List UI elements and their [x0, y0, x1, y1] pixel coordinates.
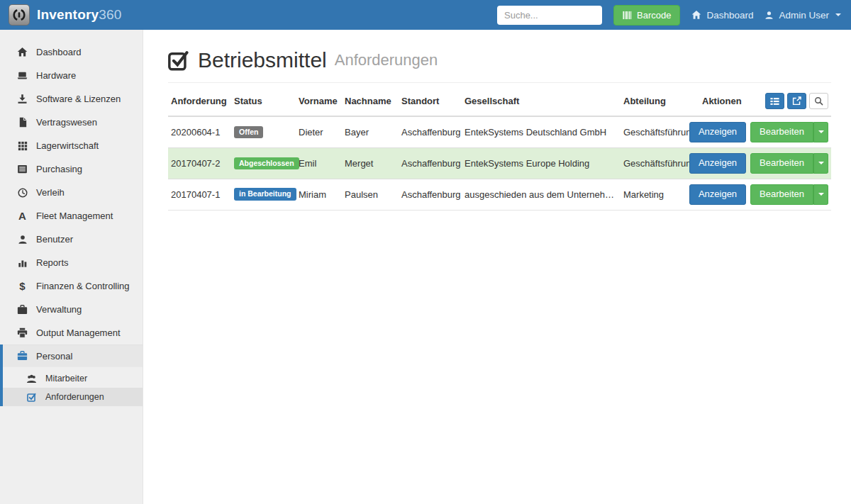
- sidebar-item-output[interactable]: Output Management: [0, 321, 143, 345]
- table-row: 20170407-1 in Bearbeitung Miriam Paulsen…: [168, 179, 831, 210]
- brand-name: Inventory360: [37, 7, 122, 23]
- sidebar-item-mitarbeiter[interactable]: Mitarbeiter: [3, 369, 143, 388]
- col-nachname: Nachname: [342, 83, 399, 116]
- briefcase-icon: [16, 305, 28, 315]
- bearbeiten-dropdown-toggle[interactable]: [813, 122, 828, 142]
- cell-gesellschaft: EntekSystems Europe Holding: [462, 147, 621, 179]
- user-icon: [16, 235, 28, 245]
- sidebar-submenu-personal: Mitarbeiter Anforderungen: [3, 367, 143, 406]
- sidebar-item-fleet[interactable]: A Fleet Management: [0, 204, 143, 228]
- sidebar-item-hardware[interactable]: Hardware: [0, 64, 143, 87]
- bearbeiten-dropdown-toggle[interactable]: [813, 184, 828, 205]
- col-standort: Standort: [399, 83, 462, 116]
- bearbeiten-dropdown-toggle[interactable]: [813, 153, 828, 174]
- sidebar: Dashboard Hardware Software & Lizenzen V…: [0, 30, 143, 504]
- user-icon: [764, 11, 774, 20]
- brand[interactable]: Inventory360: [9, 4, 122, 26]
- cell-anforderung: 20170407-1: [168, 179, 231, 210]
- cell-anforderung: 20200604-1: [168, 116, 231, 147]
- th-list-icon: [770, 97, 779, 106]
- sidebar-item-finanzen[interactable]: $ Finanzen & Controlling: [0, 274, 143, 298]
- caret-down-icon: [818, 162, 824, 164]
- sidebar-item-verleih[interactable]: Verleih: [0, 181, 143, 204]
- cell-abteilung: Geschäftsführung: [621, 116, 699, 147]
- download-icon: [16, 94, 28, 104]
- brand-suffix: 360: [99, 7, 121, 22]
- sidebar-item-vertragswesen[interactable]: Vertragswesen: [0, 111, 143, 134]
- status-badge: Offen: [234, 126, 263, 139]
- bar-chart-icon: [16, 258, 28, 268]
- anzeigen-button[interactable]: Anzeigen: [689, 122, 746, 142]
- export-icon: [792, 96, 801, 106]
- anzeigen-button[interactable]: Anzeigen: [689, 153, 746, 174]
- table-row: 20200604-1 Offen Dieter Bayer Aschaffenb…: [168, 116, 831, 147]
- cell-abteilung: Marketing: [621, 179, 699, 210]
- clock-icon: [16, 188, 28, 198]
- home-icon: [691, 10, 701, 20]
- sidebar-item-personal[interactable]: Personal: [3, 345, 143, 367]
- col-gesellschaft: Gesellschaft: [462, 83, 621, 116]
- cell-nachname: Paulsen: [342, 179, 399, 210]
- cell-vorname: Emil: [296, 147, 342, 179]
- nav-dashboard-link[interactable]: Dashboard: [691, 10, 753, 21]
- check-square-icon: [26, 393, 38, 402]
- sidebar-item-dashboard[interactable]: Dashboard: [0, 40, 143, 64]
- barcode-button[interactable]: Barcode: [613, 5, 680, 26]
- table-row: 20170407-2 Abgeschlossen Emil Merget Asc…: [168, 147, 831, 179]
- status-badge: in Bearbeitung: [234, 188, 296, 201]
- users-icon: [26, 374, 38, 383]
- cell-abteilung: Geschäftsführung: [621, 147, 699, 179]
- table-header-row: Anforderung Status Vorname Nachname Stan…: [168, 83, 831, 116]
- col-aktionen: Aktionen: [699, 83, 831, 116]
- cell-gesellschaft: EntekSystems Deutschland GmbH: [462, 116, 621, 147]
- sidebar-item-anforderungen[interactable]: Anforderungen: [3, 388, 143, 406]
- caret-down-icon: [818, 193, 824, 196]
- bearbeiten-button[interactable]: Bearbeiten: [750, 122, 813, 142]
- briefcase-icon: [16, 351, 28, 361]
- table-search-button[interactable]: [809, 93, 828, 109]
- file-icon: [16, 117, 28, 128]
- main-content: Betriebsmittel Anforderungen Anforderung…: [143, 30, 851, 504]
- barcode-icon: [623, 11, 632, 20]
- page-header: Betriebsmittel Anforderungen: [168, 48, 831, 83]
- caret-down-icon: [818, 130, 824, 133]
- sidebar-active-group: Personal Mitarbeiter Anforderungen: [0, 345, 143, 406]
- cell-vorname: Miriam: [296, 179, 342, 210]
- app-logo-icon: [9, 4, 30, 26]
- col-abteilung: Abteilung: [621, 83, 699, 116]
- requests-table: Anforderung Status Vorname Nachname Stan…: [168, 83, 831, 211]
- check-square-icon: [168, 50, 189, 71]
- col-anforderung: Anforderung: [168, 83, 231, 116]
- bearbeiten-button[interactable]: Bearbeiten: [750, 184, 813, 205]
- cell-nachname: Bayer: [342, 116, 399, 147]
- bearbeiten-button[interactable]: Bearbeiten: [750, 153, 813, 174]
- fleet-icon: A: [16, 211, 28, 221]
- sidebar-item-verwaltung[interactable]: Verwaltung: [0, 298, 143, 321]
- printer-icon: [16, 327, 28, 338]
- dollar-icon: $: [16, 281, 28, 291]
- sidebar-item-reports[interactable]: Reports: [0, 251, 143, 274]
- sidebar-item-benutzer[interactable]: Benutzer: [0, 228, 143, 251]
- cell-vorname: Dieter: [296, 116, 342, 147]
- cell-gesellschaft: ausgeschieden aus dem Unternehmen: [462, 179, 621, 210]
- caret-down-icon: [835, 13, 841, 16]
- hardware-icon: [16, 70, 28, 81]
- sidebar-item-lagerwirtschaft[interactable]: Lagerwirtschaft: [0, 134, 143, 157]
- cell-standort: Aschaffenburg: [399, 179, 462, 210]
- cell-anforderung: 20170407-2: [168, 147, 231, 179]
- sidebar-item-software[interactable]: Software & Lizenzen: [0, 87, 143, 111]
- anzeigen-button[interactable]: Anzeigen: [689, 184, 746, 205]
- cell-nachname: Merget: [342, 147, 399, 179]
- page-subtitle: Anforderungen: [335, 51, 438, 69]
- home-icon: [16, 47, 28, 57]
- export-button[interactable]: [787, 93, 806, 109]
- search-input[interactable]: [497, 6, 602, 25]
- cell-standort: Aschaffenburg: [399, 147, 462, 179]
- nav-user-menu[interactable]: Admin User: [764, 10, 841, 21]
- cell-standort: Aschaffenburg: [399, 116, 462, 147]
- col-status: Status: [231, 83, 296, 116]
- sidebar-item-purchasing[interactable]: Purchasing: [0, 157, 143, 181]
- list-alt-icon: [16, 164, 28, 174]
- grid-icon: [16, 141, 28, 151]
- list-view-button[interactable]: [765, 93, 784, 109]
